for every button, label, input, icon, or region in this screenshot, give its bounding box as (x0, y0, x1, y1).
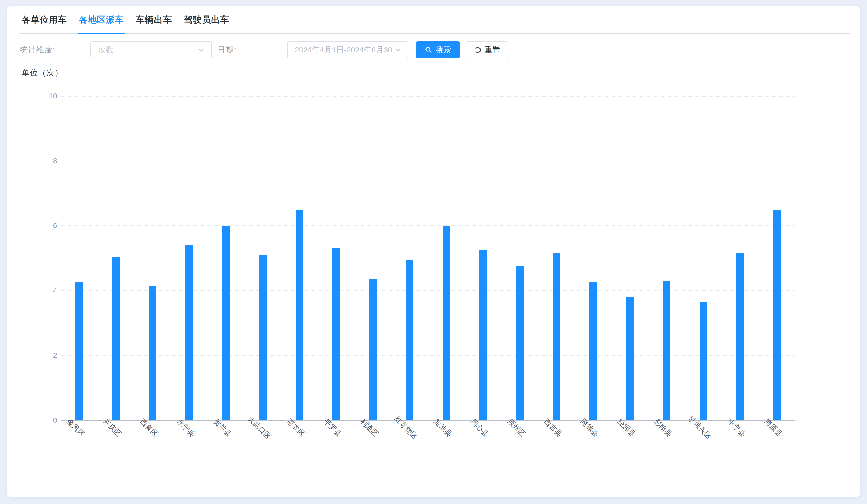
bar-贺兰县 (222, 226, 230, 420)
search-button[interactable]: 搜索 (416, 41, 460, 58)
bar-西吉县 (553, 253, 560, 420)
tab-4[interactable]: 驾驶员出车 (184, 14, 229, 33)
bar-西夏区 (149, 286, 156, 420)
bar-沙坡头区 (699, 302, 707, 420)
date-range-value: 2024年4月1日-2024年6月30日 (295, 45, 394, 55)
bar-金凤区 (75, 283, 83, 420)
bar-原州区 (516, 266, 524, 420)
bar-永宁县 (185, 245, 193, 420)
bar-彭阳县 (663, 281, 671, 420)
gridline-y-10 (61, 96, 795, 97)
gridline-y-6 (61, 226, 795, 226)
tab-list: 各单位用车各地区派车车辆出车驾驶员出车 (7, 14, 860, 33)
tab-track (19, 33, 850, 34)
tab-1[interactable]: 各单位用车 (22, 14, 67, 33)
bar-盐池县 (442, 226, 450, 420)
y-tick-label-0: 0 (53, 416, 57, 425)
tab-3[interactable]: 车辆出车 (136, 14, 172, 33)
bar-同心县 (479, 250, 487, 420)
y-tick-label-2: 2 (53, 351, 57, 360)
y-tick-label-4: 4 (53, 287, 57, 295)
dashboard-page: { "tabs": [ { "label": "各单位用车", "active"… (0, 0, 867, 504)
dimension-select[interactable]: 次数 (90, 41, 212, 58)
dimension-label: 统计维度: (20, 41, 55, 58)
reset-button[interactable]: 重置 (465, 41, 509, 58)
chart-y-axis-title: 单位（次） (22, 68, 63, 78)
bar-隆德县 (589, 283, 597, 420)
chevron-down-icon (394, 45, 402, 54)
date-label: 日期: (217, 41, 237, 58)
tab-2[interactable]: 各地区派车 (79, 14, 124, 33)
gridline-y-2 (61, 355, 795, 356)
dimension-select-value: 次数 (98, 45, 197, 55)
search-icon (425, 46, 432, 54)
gridline-y-4 (61, 290, 795, 291)
y-tick-label-8: 8 (53, 157, 57, 165)
bar-海原县 (773, 210, 781, 420)
bar-惠农区 (296, 210, 303, 420)
bar-平罗县 (332, 248, 340, 420)
bar-兴庆区 (112, 257, 120, 420)
bar-chart-plot-area: 金凤区兴庆区西夏区永宁县贺兰县大武口区惠农区平罗县利通区红寺堡区盐池县同心县原州… (61, 96, 795, 420)
bar-泾源县 (626, 297, 634, 420)
filter-row: 统计维度: 次数 日期: 2024年4月1日-2024年6月30日 (7, 41, 860, 58)
y-tick-label-6: 6 (53, 221, 57, 230)
search-button-label: 搜索 (436, 45, 451, 55)
chevron-down-icon (197, 45, 206, 54)
content-card: 各单位用车各地区派车车辆出车驾驶员出车 统计维度: 次数 日期: 2024年4月… (7, 6, 860, 497)
bar-中宁县 (736, 253, 744, 420)
date-range-picker[interactable]: 2024年4月1日-2024年6月30日 (287, 41, 408, 58)
bar-红寺堡区 (406, 260, 413, 420)
bar-大武口区 (259, 255, 267, 420)
reset-button-label: 重置 (485, 45, 500, 55)
y-tick-label-10: 10 (49, 92, 57, 100)
tab-bar: 各单位用车各地区派车车辆出车驾驶员出车 (7, 6, 860, 34)
gridline-y-8 (61, 161, 795, 161)
x-axis-labels: 金凤区兴庆区西夏区永宁县贺兰县大武口区惠农区平罗县利通区红寺堡区盐池县同心县原州… (61, 420, 795, 472)
bar-利通区 (369, 280, 377, 420)
reset-icon (474, 46, 482, 54)
